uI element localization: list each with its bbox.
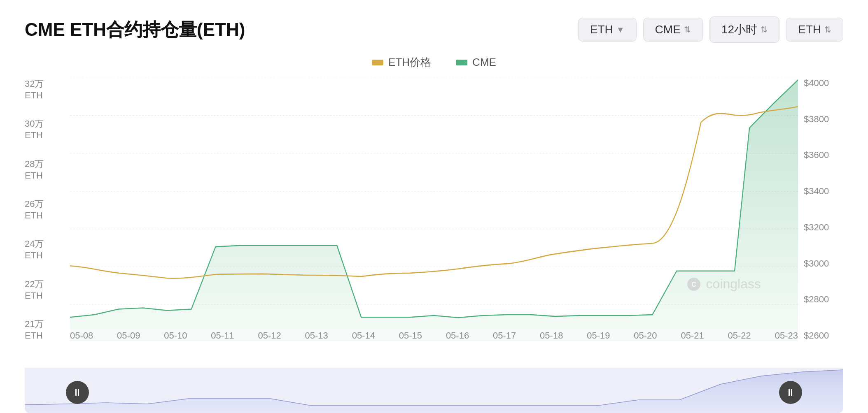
legend-cme: CME xyxy=(456,55,496,70)
x-label-13: 05-21 xyxy=(681,330,704,341)
y-left-label-0: 32万 ETH xyxy=(25,78,64,101)
y-right-label-2: $3600 xyxy=(804,150,829,160)
legend: ETH价格 CME xyxy=(25,55,843,70)
eth-price-color-dot xyxy=(372,60,383,65)
mini-chart-fill xyxy=(25,370,843,413)
x-label-3: 05-11 xyxy=(211,330,234,341)
controls: ETH ▼ CME ⇅ 12小时 ⇅ ETH ⇅ xyxy=(578,16,843,43)
y-left-label-2: 28万 ETH xyxy=(25,158,64,181)
x-label-6: 05-14 xyxy=(352,330,375,341)
chart-area: 32万 ETH 30万 ETH 28万 ETH 26万 ETH 24万 ETH … xyxy=(25,78,843,366)
pause-icon-right: ⏸ xyxy=(786,387,796,398)
x-label-7: 05-15 xyxy=(399,330,422,341)
x-label-2: 05-10 xyxy=(164,330,187,341)
updown-arrow-icon: ⇅ xyxy=(684,25,691,35)
x-label-14: 05-22 xyxy=(728,330,751,341)
x-label-5: 05-13 xyxy=(305,330,328,341)
pause-icon-left: ⏸ xyxy=(72,387,82,398)
main-chart-svg xyxy=(70,78,798,341)
y-left-label-1: 30万 ETH xyxy=(25,118,64,141)
cme-area xyxy=(70,80,798,341)
header: CME ETH合约持仓量(ETH) ETH ▼ CME ⇅ 12小时 ⇅ ETH… xyxy=(25,16,843,43)
main-container: CME ETH合约持仓量(ETH) ETH ▼ CME ⇅ 12小时 ⇅ ETH… xyxy=(0,0,868,413)
y-left-label-5: 22万 ETH xyxy=(25,278,64,301)
y-right-label-1: $3800 xyxy=(804,114,829,125)
y-left-label-6: 21万 ETH xyxy=(25,318,64,341)
page-title: CME ETH合约持仓量(ETH) xyxy=(25,18,245,42)
watermark: C coinglass xyxy=(686,276,761,292)
x-label-1: 05-09 xyxy=(117,330,140,341)
legend-eth-price: ETH价格 xyxy=(372,55,431,70)
cme-color-dot xyxy=(456,60,467,65)
dropdown-arrow-icon: ▼ xyxy=(616,25,625,35)
y-right-label-3: $3400 xyxy=(804,186,829,197)
mini-chart-area[interactable]: ⏸ ⏸ xyxy=(25,368,843,413)
x-label-9: 05-17 xyxy=(493,330,516,341)
chart-svg-container xyxy=(70,78,798,341)
y-right-label-6: $2800 xyxy=(804,294,829,305)
updown-arrow-icon2: ⇅ xyxy=(761,25,768,35)
y-right-label-5: $3000 xyxy=(804,258,829,269)
asset-selector[interactable]: ETH ▼ xyxy=(578,18,637,42)
x-label-0: 05-08 xyxy=(70,330,93,341)
svg-text:C: C xyxy=(691,281,696,288)
y-axis-right: $4000 $3800 $3600 $3400 $3200 $3000 $280… xyxy=(798,78,843,341)
timeframe-selector[interactable]: 12小时 ⇅ xyxy=(709,16,779,43)
eth-price-line xyxy=(70,107,798,278)
x-label-4: 05-12 xyxy=(258,330,281,341)
exchange-selector[interactable]: CME ⇅ xyxy=(643,18,703,42)
pause-button-left[interactable]: ⏸ xyxy=(66,381,89,404)
y-right-label-7: $2600 xyxy=(804,330,829,341)
x-label-10: 05-18 xyxy=(540,330,563,341)
y-axis-left: 32万 ETH 30万 ETH 28万 ETH 26万 ETH 24万 ETH … xyxy=(25,78,70,341)
y-right-label-0: $4000 xyxy=(804,78,829,88)
x-axis: 05-08 05-09 05-10 05-11 05-12 05-13 05-1… xyxy=(70,326,798,341)
unit-selector[interactable]: ETH ⇅ xyxy=(786,18,843,42)
y-left-label-4: 24万 ETH xyxy=(25,238,64,261)
pause-button-right[interactable]: ⏸ xyxy=(779,381,802,404)
x-label-8: 05-16 xyxy=(446,330,469,341)
x-label-11: 05-19 xyxy=(587,330,610,341)
x-label-15: 05-23 xyxy=(775,330,798,341)
mini-chart-svg xyxy=(25,368,843,413)
updown-arrow-icon3: ⇅ xyxy=(824,25,831,35)
x-label-12: 05-20 xyxy=(634,330,657,341)
y-right-label-4: $3200 xyxy=(804,222,829,233)
y-left-label-3: 26万 ETH xyxy=(25,198,64,221)
coinglass-logo-icon: C xyxy=(686,277,701,292)
